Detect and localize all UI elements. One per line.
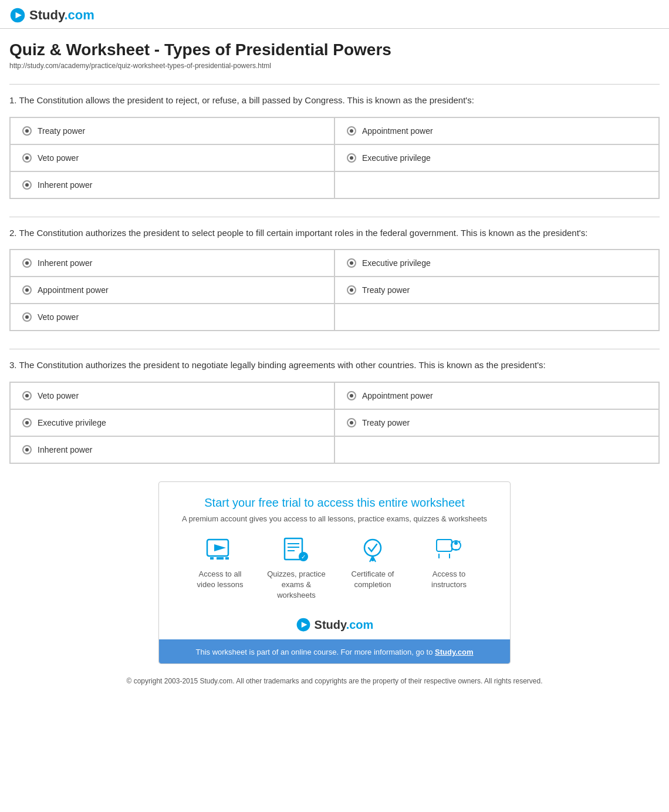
question-3: 3. The Constitution authorizes the presi… xyxy=(9,359,660,464)
q3-option-1[interactable]: Veto power xyxy=(10,382,334,409)
q1-label-1: Treaty power xyxy=(38,126,85,136)
svg-rect-6 xyxy=(225,557,229,560)
q3-label-2: Appointment power xyxy=(362,391,433,400)
q1-option-3[interactable]: Veto power xyxy=(10,144,334,171)
question-2-text: 2. The Constitution authorizes the presi… xyxy=(9,227,660,240)
q2-radio-3[interactable] xyxy=(22,285,32,295)
q2-label-3: Appointment power xyxy=(38,285,109,295)
q3-label-4: Treaty power xyxy=(362,418,410,427)
q1-option-4[interactable]: Executive privilege xyxy=(334,144,659,171)
svg-point-13 xyxy=(364,540,381,556)
feature-video: Access to allvideo lessons xyxy=(191,535,249,601)
q2-label-1: Inherent power xyxy=(38,258,92,268)
q3-label-3: Executive privilege xyxy=(38,418,106,427)
q2-label-5: Veto power xyxy=(38,312,79,322)
q1-option-1[interactable]: Treaty power xyxy=(10,117,334,144)
svg-rect-5 xyxy=(217,557,224,560)
feature-certificate: Certificate ofcompletion xyxy=(343,535,402,601)
feature-quizzes-label: Quizzes, practiceexams & worksheets xyxy=(267,569,326,601)
question-3-options: Veto power Appointment power Executive p… xyxy=(9,382,660,464)
study-logo-icon xyxy=(9,7,26,23)
quizzes-icon: ✓ xyxy=(282,535,311,564)
q1-radio-1[interactable] xyxy=(22,126,32,136)
promo-box: Start your free trial to access this ent… xyxy=(158,481,511,665)
q1-radio-5[interactable] xyxy=(22,180,32,190)
svg-point-21 xyxy=(454,541,458,545)
q3-option-empty xyxy=(334,436,659,463)
promo-footer-link[interactable]: Study.com xyxy=(435,648,474,656)
promo-title: Start your free trial to access this ent… xyxy=(171,496,498,510)
feature-video-label: Access to allvideo lessons xyxy=(197,569,244,590)
svg-marker-3 xyxy=(214,544,226,551)
question-1: 1. The Constitution allows the president… xyxy=(9,94,660,199)
divider-1 xyxy=(9,84,660,85)
main-content: Quiz & Worksheet - Types of Presidential… xyxy=(0,29,669,705)
q1-label-2: Appointment power xyxy=(362,126,433,136)
q2-option-1[interactable]: Inherent power xyxy=(10,250,334,277)
q2-radio-2[interactable] xyxy=(347,258,356,268)
question-1-options: Treaty power Appointment power Veto powe… xyxy=(9,117,660,199)
svg-rect-4 xyxy=(210,557,214,560)
page-title: Quiz & Worksheet - Types of Presidential… xyxy=(9,41,660,59)
page-url: http://study.com/academy/practice/quiz-w… xyxy=(9,62,660,70)
question-1-text: 1. The Constitution allows the president… xyxy=(9,94,660,107)
svg-text:✓: ✓ xyxy=(301,554,306,560)
q2-option-3[interactable]: Appointment power xyxy=(10,277,334,304)
promo-footer-bar: This worksheet is part of an online cour… xyxy=(159,639,510,663)
q1-label-3: Veto power xyxy=(38,153,79,163)
q3-label-5: Inherent power xyxy=(38,445,92,454)
feature-instructors: Access toinstructors xyxy=(420,535,478,601)
q2-radio-1[interactable] xyxy=(22,258,32,268)
q3-option-3[interactable]: Executive privilege xyxy=(10,409,334,436)
feature-certificate-label: Certificate ofcompletion xyxy=(352,569,394,590)
q3-radio-1[interactable] xyxy=(22,391,32,400)
divider-3 xyxy=(9,349,660,349)
q3-radio-2[interactable] xyxy=(347,391,356,400)
promo-subtitle: A premium account gives you access to al… xyxy=(171,514,498,523)
promo-footer-text: This worksheet is part of an online cour… xyxy=(195,648,473,656)
question-2-options: Inherent power Executive privilege Appoi… xyxy=(9,249,660,331)
q1-option-5[interactable]: Inherent power xyxy=(10,171,334,198)
feature-instructors-label: Access toinstructors xyxy=(431,569,467,590)
q3-label-1: Veto power xyxy=(38,391,79,400)
q1-label-5: Inherent power xyxy=(38,180,92,190)
promo-logo-icon xyxy=(296,617,311,632)
q2-label-2: Executive privilege xyxy=(362,258,431,268)
q2-label-4: Treaty power xyxy=(362,285,410,295)
question-2: 2. The Constitution authorizes the presi… xyxy=(9,227,660,332)
q3-option-2[interactable]: Appointment power xyxy=(334,382,659,409)
feature-quizzes: ✓ Quizzes, practiceexams & worksheets xyxy=(267,535,326,601)
q2-option-4[interactable]: Treaty power xyxy=(334,277,659,304)
certificate-icon xyxy=(358,535,387,564)
svg-point-16 xyxy=(371,558,374,561)
q2-option-empty xyxy=(334,304,659,331)
logo-text: Study.com xyxy=(29,8,94,23)
instructor-icon xyxy=(434,535,464,564)
q1-radio-2[interactable] xyxy=(347,126,356,136)
header: Study.com xyxy=(0,0,669,29)
q3-option-5[interactable]: Inherent power xyxy=(10,436,334,463)
q1-radio-4[interactable] xyxy=(347,153,356,163)
promo-logo-text: Study.com xyxy=(315,618,374,632)
q1-option-empty xyxy=(334,171,659,198)
q2-option-5[interactable]: Veto power xyxy=(10,304,334,331)
question-3-text: 3. The Constitution authorizes the presi… xyxy=(9,359,660,372)
q3-radio-3[interactable] xyxy=(22,418,32,427)
q3-radio-4[interactable] xyxy=(347,418,356,427)
q1-radio-3[interactable] xyxy=(22,153,32,163)
q2-radio-5[interactable] xyxy=(22,312,32,322)
q3-radio-5[interactable] xyxy=(22,445,32,454)
q3-option-4[interactable]: Treaty power xyxy=(334,409,659,436)
logo[interactable]: Study.com xyxy=(9,7,660,23)
promo-features: Access to allvideo lessons ✓ Quizzes, pr… xyxy=(171,535,498,601)
q1-option-2[interactable]: Appointment power xyxy=(334,117,659,144)
svg-rect-17 xyxy=(437,540,452,551)
copyright: © copyright 2003-2015 Study.com. All oth… xyxy=(9,676,660,687)
q2-option-2[interactable]: Executive privilege xyxy=(334,250,659,277)
promo-logo: Study.com xyxy=(171,610,498,639)
q2-radio-4[interactable] xyxy=(347,285,356,295)
q1-label-4: Executive privilege xyxy=(362,153,431,163)
video-icon xyxy=(205,535,235,564)
divider-2 xyxy=(9,217,660,217)
